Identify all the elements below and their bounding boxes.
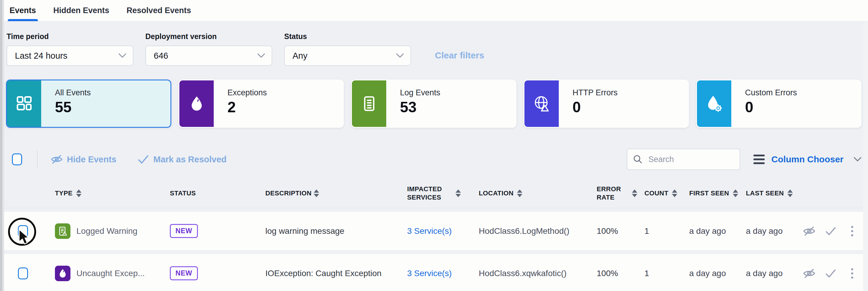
kebab-menu-icon[interactable] <box>846 225 859 237</box>
select-all-checkbox[interactable] <box>12 153 22 165</box>
card-exceptions[interactable]: Exceptions 2 <box>179 79 344 128</box>
filter-bar: Time period Last 24 hours Deployment ver… <box>0 22 868 66</box>
exception-icon <box>55 266 70 281</box>
right-scrollbar-gutter[interactable] <box>863 22 868 291</box>
card-custom-errors[interactable]: Custom Errors 0 <box>696 79 862 128</box>
last-seen-value: a day ago <box>739 226 797 236</box>
sort-icon[interactable] <box>76 189 82 197</box>
sort-icon[interactable] <box>733 189 738 197</box>
tab-bar: Events Hidden Events Resolved Events <box>0 0 868 22</box>
resolve-event-icon[interactable] <box>825 267 837 279</box>
kebab-menu-icon[interactable] <box>846 267 859 279</box>
card-value: 0 <box>572 100 618 115</box>
count-value: 1 <box>637 226 682 236</box>
event-type-label: Logged Warning <box>76 226 137 236</box>
card-value: 2 <box>227 100 267 115</box>
status-select[interactable]: Any <box>284 45 411 66</box>
sort-icon[interactable] <box>314 189 319 197</box>
tab-resolved-events[interactable]: Resolved Events <box>127 0 191 21</box>
check-icon <box>137 154 149 165</box>
toolbar-divider <box>37 151 38 168</box>
card-label: Custom Errors <box>745 88 797 98</box>
column-header-type[interactable]: TYPE <box>48 189 163 197</box>
time-period-select[interactable]: Last 24 hours <box>6 45 133 66</box>
summary-cards: All Events 55 Exceptions 2 Log E <box>0 66 868 128</box>
card-label: HTTP Errors <box>572 88 618 98</box>
status-badge: NEW <box>170 266 198 280</box>
table-row: Logged Warning NEW log warning message 3… <box>0 212 868 251</box>
event-description: log warning message <box>258 226 400 236</box>
clear-filters-link[interactable]: Clear filters <box>435 50 484 61</box>
deployment-version-select[interactable]: 646 <box>145 45 272 66</box>
column-header-error-rate[interactable]: ERROR RATE <box>590 185 637 202</box>
column-header-description[interactable]: DESCRIPTION <box>258 189 400 197</box>
tab-hidden-events[interactable]: Hidden Events <box>54 0 110 21</box>
mark-as-resolved-button[interactable]: Mark as Resolved <box>137 154 226 165</box>
card-label: All Events <box>55 88 91 98</box>
card-label: Exceptions <box>227 88 267 98</box>
custom-error-icon <box>697 80 731 127</box>
flame-icon <box>179 80 214 127</box>
search-box <box>627 149 740 170</box>
status-label: Status <box>284 32 411 41</box>
error-rate-value: 100% <box>590 269 637 278</box>
search-input[interactable] <box>648 155 734 165</box>
card-label: Log Events <box>400 88 440 98</box>
column-header-last-seen[interactable]: LAST SEEN <box>739 189 797 197</box>
event-description: IOException: Caught Exception <box>258 269 400 278</box>
chevron-down-icon <box>257 53 265 58</box>
error-rate-value: 100% <box>590 226 637 236</box>
grid-icon <box>7 80 41 127</box>
hide-event-icon[interactable] <box>803 267 815 279</box>
resolve-event-icon[interactable] <box>825 225 837 237</box>
log-document-icon <box>352 80 386 127</box>
row-checkbox[interactable] <box>18 267 28 279</box>
globe-error-icon <box>524 80 559 127</box>
deployment-version-filter: Deployment version 646 <box>145 32 272 66</box>
impacted-services-link[interactable]: 3 Service(s) <box>407 269 452 278</box>
first-seen-value: a day ago <box>682 269 739 278</box>
card-value: 55 <box>55 100 91 115</box>
column-header-status[interactable]: STATUS <box>163 189 258 197</box>
deployment-version-label: Deployment version <box>145 32 272 41</box>
count-value: 1 <box>637 269 682 278</box>
chevron-down-icon <box>396 53 404 58</box>
card-http-errors[interactable]: HTTP Errors 0 <box>524 79 689 128</box>
table-header: TYPE STATUS DESCRIPTION IMPACTED SERVICE… <box>0 178 868 208</box>
impacted-services-link[interactable]: 3 Service(s) <box>407 226 452 236</box>
chevron-down-icon <box>854 157 862 162</box>
eye-slash-icon <box>51 154 63 165</box>
hide-event-icon[interactable] <box>803 225 815 237</box>
column-chooser-button[interactable]: Column Chooser <box>753 154 862 165</box>
event-location: HodClass6.xqwkafotic() <box>472 269 590 278</box>
event-type-label: Uncaught Excep... <box>76 269 145 278</box>
card-log-events[interactable]: Log Events 53 <box>351 79 516 128</box>
status-value: Any <box>292 51 307 61</box>
row-checkbox[interactable] <box>18 225 28 237</box>
card-all-events[interactable]: All Events 55 <box>6 79 171 128</box>
card-value: 53 <box>400 100 440 115</box>
status-badge: NEW <box>170 224 198 238</box>
sort-icon[interactable] <box>672 189 677 197</box>
sort-icon[interactable] <box>787 189 793 197</box>
time-period-value: Last 24 hours <box>15 51 67 61</box>
time-period-filter: Time period Last 24 hours <box>6 32 133 66</box>
last-seen-value: a day ago <box>739 269 797 278</box>
first-seen-value: a day ago <box>682 226 739 236</box>
events-dashboard: Events Hidden Events Resolved Events Tim… <box>0 0 868 291</box>
column-header-count[interactable]: COUNT <box>637 189 682 197</box>
status-filter: Status Any <box>284 32 411 66</box>
log-warning-icon <box>55 223 70 239</box>
sort-icon[interactable] <box>632 189 637 197</box>
hide-events-button[interactable]: Hide Events <box>51 154 116 165</box>
column-header-first-seen[interactable]: FIRST SEEN <box>682 189 739 197</box>
search-icon <box>633 154 643 165</box>
sort-icon[interactable] <box>456 189 461 197</box>
left-scrollbar-gutter[interactable] <box>0 0 4 291</box>
table-toolbar: Hide Events Mark as Resolved Column Choo… <box>0 149 862 170</box>
sort-icon[interactable] <box>517 189 522 197</box>
tab-events[interactable]: Events <box>9 0 36 21</box>
column-header-impacted-services[interactable]: IMPACTED SERVICES <box>400 185 472 202</box>
time-period-label: Time period <box>6 32 133 41</box>
column-header-location[interactable]: LOCATION <box>472 189 590 197</box>
